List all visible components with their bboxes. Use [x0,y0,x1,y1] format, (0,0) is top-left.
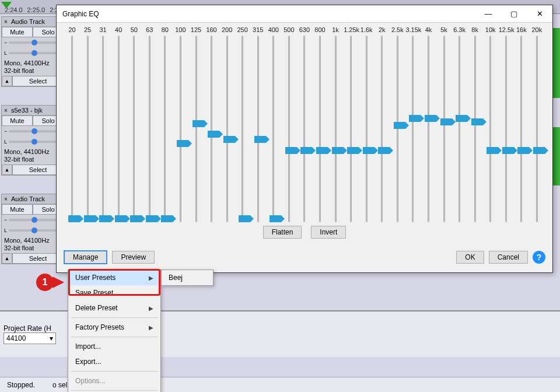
dialog-titlebar[interactable]: Graphic EQ — ▢ ✕ [57,5,552,23]
band-label: 500 [282,26,296,33]
playhead-marker-icon[interactable] [1,2,12,9]
eq-band-slider[interactable] [158,36,172,222]
close-track-button[interactable]: × [2,107,10,114]
eq-band-slider[interactable] [437,36,452,222]
eq-band-slider[interactable] [297,36,312,222]
slider-handle-icon[interactable] [208,131,219,138]
slider-handle-icon[interactable] [394,122,405,129]
eq-band-slider[interactable] [204,36,219,222]
eq-band-slider[interactable] [374,36,389,222]
project-rate-select[interactable]: 44100▾ [4,332,56,344]
gain-slider[interactable] [9,41,57,44]
slider-handle-icon[interactable] [270,215,281,222]
eq-band-slider[interactable] [235,36,250,222]
eq-band-slider[interactable] [142,36,157,222]
slider-handle-icon[interactable] [471,118,483,125]
slider-handle-icon[interactable] [84,215,96,222]
eq-band-slider[interactable] [80,36,95,222]
eq-band-slider[interactable] [127,36,141,222]
gain-slider[interactable] [9,219,57,221]
slider-handle-icon[interactable] [300,147,312,154]
slider-handle-icon[interactable] [130,215,142,222]
slider-handle-icon[interactable] [316,147,328,154]
slider-handle-icon[interactable] [99,215,111,222]
close-button[interactable]: ✕ [527,5,552,23]
eq-band-slider[interactable] [405,36,420,222]
eq-band-slider[interactable] [359,36,374,222]
slider-handle-icon[interactable] [192,120,204,127]
band-label: 50 [127,26,141,33]
minimize-button[interactable]: — [475,5,501,23]
slider-handle-icon[interactable] [533,147,545,154]
gain-slider[interactable] [9,130,57,132]
eq-band-slider[interactable] [468,36,482,222]
slider-handle-icon[interactable] [502,147,514,154]
eq-band-slider[interactable] [530,36,544,222]
track-collapse-arrow[interactable]: ▲ [2,164,12,175]
slider-handle-icon[interactable] [223,136,235,143]
slider-handle-icon[interactable] [409,115,421,122]
close-track-button[interactable]: × [2,19,10,25]
slider-handle-icon[interactable] [378,147,390,154]
eq-band-slider[interactable] [220,36,235,222]
menu-factory-presets[interactable]: Factory Presets▶ [68,320,160,335]
eq-band-slider[interactable] [499,36,513,222]
eq-band-slider[interactable] [266,36,281,222]
menu-user-presets[interactable]: User Presets▶ [68,270,160,285]
mute-button[interactable]: Mute [2,204,33,215]
preview-button[interactable]: Preview [112,251,155,264]
eq-band-slider[interactable] [111,36,126,222]
slider-handle-icon[interactable] [347,147,359,154]
pan-slider[interactable] [9,52,57,54]
menu-import[interactable]: Import... [68,339,160,354]
band-label: 5k [437,26,452,33]
invert-button[interactable]: Invert [311,226,346,239]
slider-handle-icon[interactable] [332,147,344,154]
maximize-button[interactable]: ▢ [501,5,527,23]
preset-beej[interactable]: Beej [162,270,213,285]
slider-handle-icon[interactable] [68,215,80,222]
slider-handle-icon[interactable] [239,215,250,222]
slider-handle-icon[interactable] [146,215,158,222]
cancel-button[interactable]: Cancel [489,251,528,264]
pan-slider[interactable] [9,229,57,232]
manage-button[interactable]: Manage [64,250,107,264]
eq-band-slider[interactable] [344,36,358,222]
eq-band-slider[interactable] [251,36,265,222]
slider-handle-icon[interactable] [254,136,266,143]
slider-handle-icon[interactable] [363,147,374,154]
menu-delete-preset[interactable]: Delete Preset▶ [68,300,160,316]
slider-handle-icon[interactable] [440,118,452,125]
slider-handle-icon[interactable] [115,215,127,222]
track-collapse-arrow[interactable]: ▲ [2,76,12,86]
slider-handle-icon[interactable] [456,115,467,122]
eq-band-slider[interactable] [328,36,343,222]
eq-band-slider[interactable] [65,36,79,222]
ok-button[interactable]: OK [456,251,484,264]
mute-button[interactable]: Mute [2,27,33,37]
track-collapse-arrow[interactable]: ▲ [2,253,12,264]
eq-band-slider[interactable] [483,36,498,222]
menu-export[interactable]: Export... [68,354,160,369]
mute-button[interactable]: Mute [2,116,33,126]
eq-band-slider[interactable] [452,36,467,222]
eq-band-slider[interactable] [189,36,204,222]
eq-band-slider[interactable] [421,36,436,222]
flatten-button[interactable]: Flatten [263,226,302,239]
eq-band-slider[interactable] [390,36,405,222]
slider-handle-icon[interactable] [177,140,188,147]
close-track-button[interactable]: × [2,196,10,202]
pan-slider[interactable] [9,141,57,143]
slider-handle-icon[interactable] [517,147,529,154]
help-button[interactable]: ? [533,251,545,264]
eq-band-slider[interactable] [282,36,296,222]
eq-band-slider[interactable] [96,36,110,222]
eq-band-slider[interactable] [313,36,327,222]
menu-save-preset[interactable]: Save Preset... [68,285,160,300]
slider-handle-icon[interactable] [285,147,297,154]
slider-handle-icon[interactable] [487,147,498,154]
eq-band-slider[interactable] [514,36,528,222]
slider-handle-icon[interactable] [425,115,436,122]
eq-band-slider[interactable] [173,36,188,222]
slider-handle-icon[interactable] [161,215,173,222]
